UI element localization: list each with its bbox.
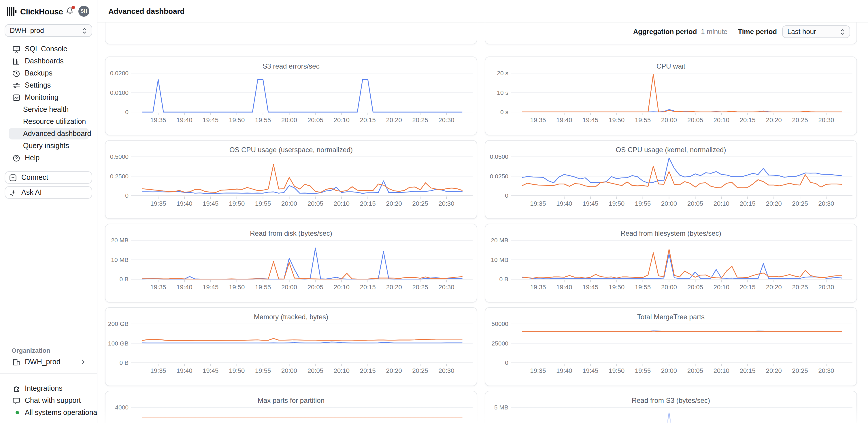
aggregation-period-label: Aggregation period <box>633 28 697 36</box>
chart-card-8: Max parts for partition40002000019:3519:… <box>105 391 477 423</box>
svg-text:20:15: 20:15 <box>740 367 755 374</box>
system-status-link[interactable]: All systems operational <box>9 407 89 418</box>
sidebar-item-help[interactable]: Help <box>9 152 89 164</box>
building-icon <box>12 358 20 366</box>
svg-text:20:00: 20:00 <box>661 367 677 374</box>
svg-text:20:05: 20:05 <box>687 200 703 207</box>
svg-text:19:40: 19:40 <box>176 117 192 124</box>
svg-text:19:55: 19:55 <box>635 200 651 207</box>
svg-text:19:50: 19:50 <box>609 284 624 291</box>
svg-text:20:25: 20:25 <box>412 367 428 374</box>
sidebar: ClickHouse SH DWH_prod SQL Console Dashb… <box>0 0 97 423</box>
chart-title: Max parts for partition <box>105 396 477 405</box>
svg-text:20:20: 20:20 <box>386 200 402 207</box>
svg-text:19:40: 19:40 <box>556 117 572 124</box>
ask-ai-button[interactable]: Ask AI <box>5 186 92 199</box>
chart-title: Read from S3 (bytes/sec) <box>485 396 857 405</box>
sidebar-item-dashboards[interactable]: Dashboards <box>9 55 89 67</box>
notifications-bell-icon[interactable] <box>66 7 74 16</box>
time-period-select[interactable]: Last hour <box>782 25 850 38</box>
svg-text:20:30: 20:30 <box>818 367 834 374</box>
svg-text:19:50: 19:50 <box>609 367 624 374</box>
sidebar-item-monitoring[interactable]: Monitoring <box>9 92 89 103</box>
svg-text:20:10: 20:10 <box>334 200 349 207</box>
service-select-value: DWH_prod <box>10 27 44 35</box>
chart-card-7: Total MergeTree parts5000025000019:3519:… <box>485 307 857 386</box>
chart-title: Total MergeTree parts <box>485 313 857 322</box>
chart-plot: 200 GB100 GB0 B19:3519:4019:4519:5019:55… <box>105 322 477 386</box>
notification-dot <box>71 5 75 9</box>
sidebar-item-resource-utilization[interactable]: Resource utilization <box>9 116 89 127</box>
chart-plot: 0.05000.0250019:3519:4019:4519:5019:5520… <box>485 155 857 219</box>
page-title: Advanced dashboard <box>108 7 184 15</box>
aggregation-period-value: 1 minute <box>701 28 727 36</box>
sidebar-item-settings[interactable]: Settings <box>9 79 89 91</box>
svg-text:19:45: 19:45 <box>582 367 598 374</box>
svg-text:0: 0 <box>505 192 508 199</box>
svg-text:0 B: 0 B <box>119 359 128 366</box>
integrations-link[interactable]: Integrations <box>9 383 89 394</box>
svg-text:0: 0 <box>505 359 508 366</box>
connect-button[interactable]: Connect <box>5 171 92 184</box>
dashboard-content: Aggregation period 1 minute Time period … <box>97 23 868 423</box>
svg-text:19:35: 19:35 <box>150 367 166 374</box>
chart-plot: 20 s10 s0 s19:3519:4019:4519:5019:5520:0… <box>485 71 857 135</box>
chart-plot: 5000025000019:3519:4019:4519:5019:5520:0… <box>485 322 857 386</box>
svg-text:20:20: 20:20 <box>386 284 402 291</box>
app-name: ClickHouse <box>20 7 66 16</box>
sidebar-item-sql-console[interactable]: SQL Console <box>9 43 89 55</box>
chat-with-support-link[interactable]: Chat with support <box>9 395 89 406</box>
svg-text:19:45: 19:45 <box>203 367 218 374</box>
chart-card-1: CPU wait20 s10 s0 s19:3519:4019:4519:501… <box>485 57 857 135</box>
svg-text:20 s: 20 s <box>497 71 508 76</box>
chart-title: Read from filesystem (bytes/sec) <box>485 229 857 238</box>
svg-text:20:30: 20:30 <box>439 117 455 124</box>
sidebar-item-label: Help <box>25 154 39 162</box>
svg-text:20:10: 20:10 <box>714 200 730 207</box>
time-period-value: Last hour <box>787 28 816 36</box>
chevron-updown-icon <box>840 29 845 35</box>
ask-ai-button-label: Ask AI <box>21 189 42 197</box>
svg-text:19:55: 19:55 <box>255 200 271 207</box>
svg-text:25000: 25000 <box>492 340 508 347</box>
svg-text:20:15: 20:15 <box>360 117 376 124</box>
sidebar-item-label: SQL Console <box>25 45 67 53</box>
svg-text:19:45: 19:45 <box>582 200 598 207</box>
puzzle-icon <box>12 385 20 392</box>
chart-title: Read from disk (bytes/sec) <box>105 229 477 238</box>
svg-text:19:35: 19:35 <box>150 117 166 124</box>
svg-text:20:30: 20:30 <box>439 284 455 291</box>
svg-text:20 MB: 20 MB <box>111 238 128 243</box>
svg-text:20:00: 20:00 <box>281 200 297 207</box>
chart-plot: 20 MB10 MB0 B19:3519:4019:4519:5019:5520… <box>485 238 857 302</box>
sidebar-item-service-health[interactable]: Service health <box>9 104 89 115</box>
avatar[interactable]: SH <box>79 6 89 17</box>
svg-text:20:30: 20:30 <box>439 367 455 374</box>
sidebar-item-advanced-dashboard[interactable]: Advanced dashboard <box>9 128 89 139</box>
svg-text:20:30: 20:30 <box>818 284 834 291</box>
chart-plot: 0.50000.2500019:3519:4019:4519:5019:5520… <box>105 155 477 219</box>
sidebar-item-query-insights[interactable]: Query insights <box>9 140 89 152</box>
svg-text:20:10: 20:10 <box>714 284 730 291</box>
page-titlebar: Advanced dashboard <box>97 0 868 23</box>
chart-card-5: Read from filesystem (bytes/sec)20 MB10 … <box>485 224 857 302</box>
svg-text:0 B: 0 B <box>119 276 128 282</box>
organization-section-label: Organization <box>0 347 97 356</box>
svg-text:19:35: 19:35 <box>530 284 546 291</box>
svg-text:20:30: 20:30 <box>818 200 834 207</box>
organization-switcher[interactable]: DWH_prod <box>9 356 89 368</box>
chart-title: S3 read errors/sec <box>105 62 477 71</box>
svg-text:4000: 4000 <box>115 405 128 411</box>
svg-text:0.5000: 0.5000 <box>110 155 128 160</box>
svg-text:10 s: 10 s <box>497 89 508 96</box>
sidebar-item-backups[interactable]: Backups <box>9 67 89 79</box>
svg-text:20:05: 20:05 <box>308 367 323 374</box>
service-select[interactable]: DWH_prod <box>5 24 92 37</box>
svg-text:20:20: 20:20 <box>766 284 782 291</box>
svg-text:20:15: 20:15 <box>360 200 376 207</box>
organization-name: DWH_prod <box>25 358 61 366</box>
chart-card-4: Read from disk (bytes/sec)20 MB10 MB0 B1… <box>105 224 477 302</box>
chart-card-3: OS CPU usage (kernel, normalized)0.05000… <box>485 140 857 219</box>
svg-text:19:40: 19:40 <box>556 367 572 374</box>
sidebar-item-label: Settings <box>25 81 51 89</box>
